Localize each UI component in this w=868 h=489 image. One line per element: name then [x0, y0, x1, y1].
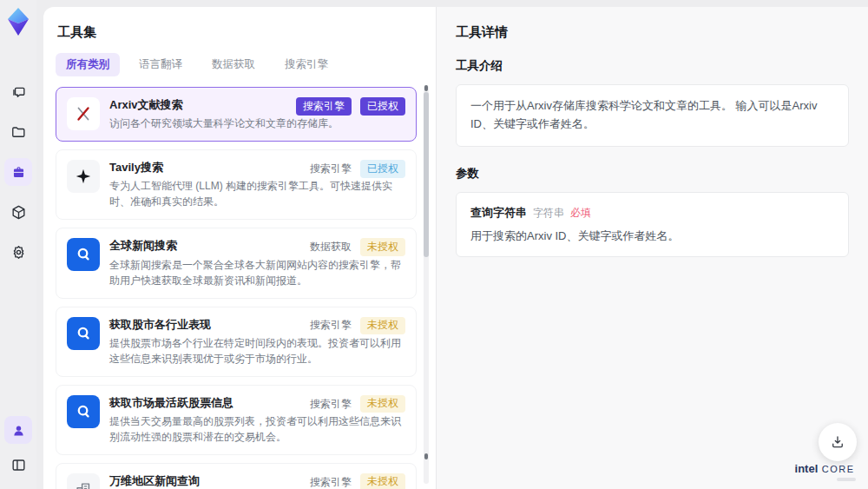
chat-icon[interactable]: [4, 78, 32, 106]
status-badge: 已授权: [360, 97, 405, 116]
content-panel: 工具集 所有类别 语言翻译 数据获取 搜索引擎: [43, 7, 868, 489]
intro-card: 一个用于从Arxiv存储库搜索科学论文和文章的工具。 输入可以是Arxiv ID…: [456, 84, 849, 147]
tool-meta: 搜索引擎 未授权: [310, 473, 405, 489]
tool-card-arxiv[interactable]: Arxiv文献搜索 访问各个研究领域大量科学论文和文章的存储库。 搜索引擎 已授…: [56, 87, 417, 142]
intel-core-badge: intel CORE: [792, 460, 858, 481]
tool-meta: 搜索引擎 已授权: [296, 97, 405, 116]
status-badge: 未授权: [360, 473, 405, 489]
intel-badge-subline: [837, 478, 856, 481]
tool-card-tavily[interactable]: Tavily搜索 专为人工智能代理 (LLM) 构建的搜索引擎工具。可快速提供实…: [56, 149, 417, 220]
scrollbar-thumb[interactable]: [424, 92, 429, 257]
user-avatar-icon[interactable]: [4, 416, 32, 444]
tool-list-pane: 工具集 所有类别 语言翻译 数据获取 搜索引擎: [43, 7, 436, 489]
category-label: 搜索引擎: [310, 318, 352, 333]
panel-toggle-icon[interactable]: [4, 451, 32, 479]
arxiv-logo-icon: [67, 97, 100, 130]
global-news-search-icon: [67, 238, 100, 271]
regional-news-icon: [67, 473, 100, 489]
intel-brand-text: intel: [795, 462, 819, 475]
tool-detail-pane: 工具详情 工具介绍 一个用于从Arxiv存储库搜索科学论文和文章的工具。 输入可…: [436, 7, 868, 489]
tool-description: 访问各个研究领域大量科学论文和文章的存储库。: [109, 116, 405, 131]
status-badge: 未授权: [360, 317, 405, 335]
category-label: 搜索引擎: [310, 162, 352, 176]
status-badge: 已授权: [360, 160, 405, 178]
category-tabs: 所有类别 语言翻译 数据获取 搜索引擎: [56, 53, 422, 76]
tool-card-regional-news[interactable]: 万维地区新闻查询 查询具体行政区划内的新闻，快速了解各地新闻动 搜索引擎 未授权: [56, 463, 417, 489]
tool-description: 提供股票市场各个行业在特定时间段内的表现。投资者可以利用这些信息来识别表现优于或…: [109, 335, 405, 367]
category-label: 搜索引擎: [310, 397, 352, 412]
category-badge: 搜索引擎: [296, 97, 352, 116]
tool-card-active-stocks[interactable]: 获取市场最活跃股票信息 提供当天交易量最高的股票列表，投资者可以利用这些信息来识…: [56, 385, 417, 455]
tool-description: 专为人工智能代理 (LLM) 构建的搜索引擎工具。可快速提供实时、准确和真实的结…: [109, 178, 405, 209]
app-logo-icon: [5, 7, 31, 36]
status-badge: 未授权: [360, 395, 405, 413]
settings-gear-icon[interactable]: [4, 238, 32, 266]
tool-card-list: Arxiv文献搜索 访问各个研究领域大量科学论文和文章的存储库。 搜索引擎 已授…: [43, 87, 436, 489]
tab-language-translation[interactable]: 语言翻译: [128, 53, 193, 76]
tab-data-fetch[interactable]: 数据获取: [201, 53, 266, 76]
toolbox-icon[interactable]: [4, 158, 32, 186]
tool-description: 全球新闻搜索是一个聚合全球各大新闻网站内容的搜索引擎，帮助用户快速获取全球最新资…: [109, 257, 405, 288]
param-description: 用于搜索的Arxiv ID、关键字或作者姓名。: [470, 228, 834, 245]
param-type: 字符串: [533, 206, 564, 221]
tab-search-engine[interactable]: 搜索引擎: [274, 53, 339, 76]
list-scrollbar[interactable]: [424, 85, 429, 484]
download-button[interactable]: [819, 423, 857, 461]
tool-meta: 数据获取 未授权: [310, 238, 405, 256]
category-label: 搜索引擎: [310, 475, 352, 489]
param-head: 查询字符串 字符串 必填: [470, 205, 834, 221]
stock-sector-icon: [67, 317, 100, 350]
detail-title: 工具详情: [456, 24, 849, 41]
category-label: 数据获取: [310, 240, 352, 254]
app-window: 工具集 所有类别 语言翻译 数据获取 搜索引擎: [0, 0, 868, 489]
intro-text: 一个用于从Arxiv存储库搜索科学论文和文章的工具。 输入可以是Arxiv ID…: [470, 97, 834, 134]
tab-all-categories[interactable]: 所有类别: [56, 53, 120, 76]
page-title: 工具集: [57, 24, 436, 41]
param-required-flag: 必填: [570, 206, 591, 221]
tool-description: 提供当天交易量最高的股票列表，投资者可以利用这些信息来识别流动性强的股票和潜在的…: [109, 413, 405, 445]
tool-card-stock-sectors[interactable]: 获取股市各行业表现 提供股票市场各个行业在特定时间段内的表现。投资者可以利用这些…: [56, 307, 417, 377]
intro-heading: 工具介绍: [456, 58, 849, 74]
params-heading: 参数: [456, 166, 849, 182]
param-card: 查询字符串 字符串 必填 用于搜索的Arxiv ID、关键字或作者姓名。: [456, 192, 849, 258]
main-area: 工具集 所有类别 语言翻译 数据获取 搜索引擎: [36, 0, 868, 489]
download-icon: [830, 434, 845, 450]
left-rail: [0, 0, 36, 489]
tool-meta: 搜索引擎 已授权: [310, 160, 405, 178]
cube-icon[interactable]: [4, 198, 32, 226]
tool-meta: 搜索引擎 未授权: [310, 317, 405, 335]
core-brand-text: CORE: [822, 464, 855, 474]
tool-meta: 搜索引擎 未授权: [310, 395, 405, 413]
param-name: 查询字符串: [470, 205, 527, 221]
scrollbar-up-arrow[interactable]: [424, 85, 428, 91]
tool-card-global-news[interactable]: 全球新闻搜索 全球新闻搜索是一个聚合全球各大新闻网站内容的搜索引擎，帮助用户快速…: [56, 228, 417, 298]
active-stocks-icon: [67, 395, 100, 428]
folder-icon[interactable]: [4, 118, 32, 146]
scrollbar-down-arrow[interactable]: [424, 453, 428, 459]
status-badge: 未授权: [360, 238, 405, 256]
tavily-sparkle-icon: [67, 160, 100, 193]
